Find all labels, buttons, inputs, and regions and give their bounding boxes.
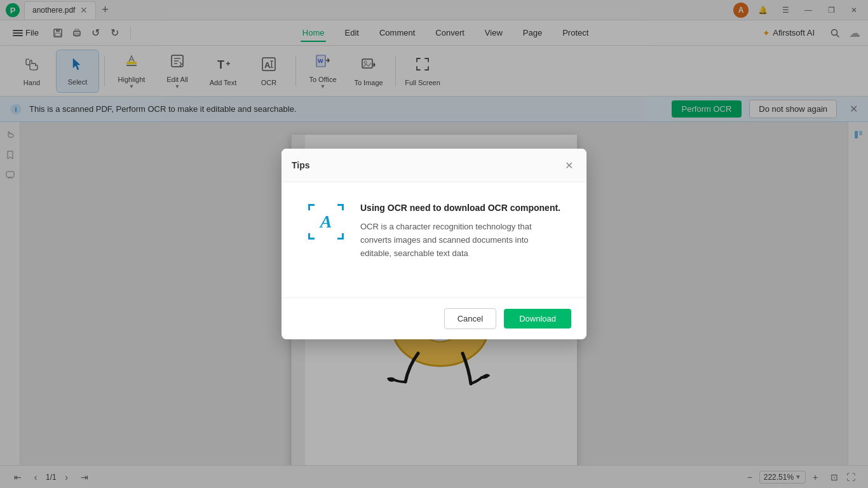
modal-ocr-icon: A — [307, 203, 345, 241]
modal-text-content: Using OCR need to download OCR component… — [360, 203, 561, 260]
modal-footer: Cancel Download — [281, 297, 587, 339]
ocr-a-symbol: A — [309, 205, 342, 238]
download-button[interactable]: Download — [504, 309, 571, 329]
modal-title: Tips — [292, 160, 561, 170]
cancel-button[interactable]: Cancel — [444, 308, 496, 329]
modal-body-title: Using OCR need to download OCR component… — [360, 203, 561, 213]
modal-overlay: Tips ✕ A Using OCR need to download OCR … — [0, 0, 868, 488]
modal-close-button[interactable]: ✕ — [561, 158, 576, 173]
modal-header: Tips ✕ — [281, 149, 587, 182]
modal-body-desc: OCR is a character recognition technolog… — [360, 220, 561, 260]
ocr-a-letter: A — [309, 205, 342, 238]
modal-body: A Using OCR need to download OCR compone… — [281, 182, 587, 297]
tips-modal: Tips ✕ A Using OCR need to download OCR … — [281, 149, 587, 339]
